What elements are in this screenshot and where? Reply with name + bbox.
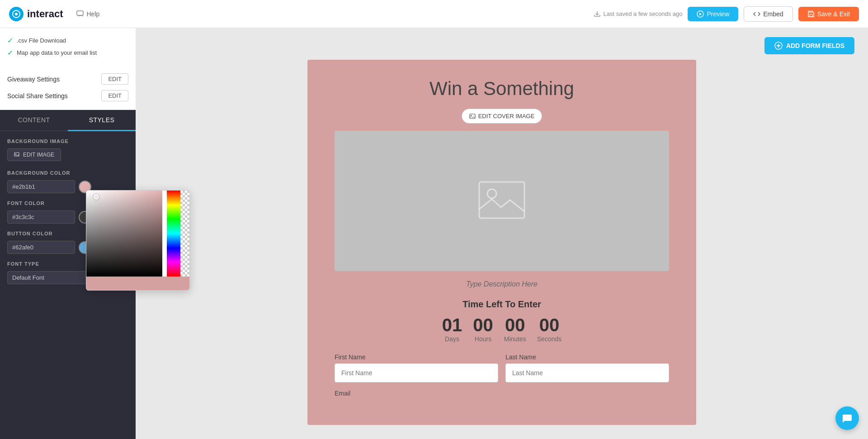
image-edit-icon [14,152,20,158]
save-status-icon [594,10,601,18]
svg-rect-6 [14,153,19,156]
last-name-input[interactable] [505,363,669,382]
tab-content[interactable]: CONTENT [0,110,68,130]
color-picker-gradient-area[interactable] [86,191,189,277]
seconds-label: Seconds [537,335,561,343]
svg-rect-5 [810,11,812,13]
svg-point-12 [487,189,496,198]
giveaway-edit-button[interactable]: EDIT [101,73,128,85]
name-form-row: First Name Last Name [335,353,669,382]
settings-section: Giveaway Settings EDIT Social Share Sett… [0,65,136,110]
hours-unit: 00 Hours [473,315,493,343]
canvas-area: ADD FORM FIELDS Win a Something EDIT COV… [136,28,868,439]
add-fields-icon [774,42,783,50]
svg-point-10 [470,115,471,115]
email-form-row: Email [335,390,669,400]
bg-color-input[interactable]: #e2b1b1 [7,180,75,193]
font-color-input[interactable]: #3c3c3c [7,210,75,224]
first-name-input[interactable] [335,363,498,382]
quiz-title: Win a Something [335,78,669,100]
svg-rect-11 [479,182,524,218]
svg-rect-2 [77,11,83,15]
header: interact Help Last saved a few seconds a… [0,0,868,28]
help-link[interactable]: Help [76,10,99,18]
save-exit-button[interactable]: Save & Exit [798,7,859,21]
last-name-label: Last Name [505,353,669,361]
color-picker-preview-bar [86,277,189,290]
hours-value: 00 [473,315,493,335]
csv-label: .csv File Download [17,37,66,44]
header-right: Last saved a few seconds ago Preview Emb… [594,6,859,22]
tab-styles[interactable]: STYLES [68,110,136,131]
color-picker-popup[interactable] [86,190,190,291]
svg-point-1 [15,13,18,15]
last-saved: Last saved a few seconds ago [594,10,683,18]
help-icon [76,10,84,18]
social-settings-label: Social Share Settings [7,92,68,100]
chat-button[interactable] [835,406,859,430]
logo-text: interact [27,8,63,20]
map-check-item: ✓ Map app data to your email list [7,47,128,59]
quiz-card: Win a Something EDIT COVER IMAGE [307,60,696,425]
color-picker-handle[interactable] [94,194,99,200]
color-alpha-bar[interactable] [180,191,189,277]
giveaway-settings-row: Giveaway Settings EDIT [7,71,128,87]
map-label: Map app data to your email list [17,49,97,56]
email-label: Email [335,390,669,397]
social-settings-row: Social Share Settings EDIT [7,87,128,104]
embed-button[interactable]: Embed [744,6,793,22]
placeholder-image-icon [475,173,529,229]
preview-button[interactable]: Preview [688,7,738,21]
first-name-group: First Name [335,353,498,382]
seconds-value: 00 [537,315,561,335]
map-check-icon: ✓ [7,48,13,57]
sidebar-top-section: ✓ .csv File Download ✓ Map app data to y… [0,28,136,65]
preview-icon [697,10,704,18]
description-text: Type Description Here [335,280,669,288]
color-gradient[interactable] [86,191,162,277]
csv-check-item: ✓ .csv File Download [7,34,128,47]
help-label: Help [86,10,99,18]
bg-color-section-label: BACKGROUND COLOR [7,170,128,176]
save-icon [807,10,815,18]
minutes-label: Minutes [504,335,526,343]
edit-cover-button[interactable]: EDIT COVER IMAGE [462,109,542,124]
form-section: First Name Last Name Email [335,353,669,400]
logo[interactable]: interact [9,7,63,21]
last-saved-text: Last saved a few seconds ago [604,10,683,17]
bg-image-section-label: BACKGROUND IMAGE [7,138,128,144]
social-edit-button[interactable]: EDIT [101,90,128,101]
cover-edit-icon [469,114,476,119]
days-label: Days [442,335,462,343]
logo-icon [9,7,24,21]
time-title: Time Left To Enter [335,299,669,310]
add-form-fields-button[interactable]: ADD FORM FIELDS [764,37,854,54]
color-spectrum-bar[interactable] [167,191,180,277]
days-value: 01 [442,315,462,335]
seconds-unit: 00 Seconds [537,315,561,343]
main-layout: ✓ .csv File Download ✓ Map app data to y… [0,28,868,439]
chat-icon [842,413,853,424]
sidebar-tabs: CONTENT STYLES [0,110,136,131]
giveaway-settings-label: Giveaway Settings [7,76,60,83]
first-name-label: First Name [335,353,498,361]
last-name-group: Last Name [505,353,669,382]
email-group: Email [335,390,669,400]
minutes-unit: 00 Minutes [504,315,526,343]
csv-check-icon: ✓ [7,36,13,45]
time-units: 01 Days 00 Hours 00 Minutes 00 Seconds [335,315,669,343]
time-section: Time Left To Enter 01 Days 00 Hours 00 M… [335,299,669,343]
hours-label: Hours [473,335,493,343]
edit-image-button[interactable]: EDIT IMAGE [7,148,61,161]
font-type-input[interactable]: Default Font [7,271,98,284]
days-unit: 01 Days [442,315,462,343]
cover-image-placeholder [335,131,669,271]
button-color-input[interactable]: #62afe0 [7,241,75,254]
embed-icon [753,10,760,18]
minutes-value: 00 [504,315,526,335]
header-left: interact Help [9,7,99,21]
